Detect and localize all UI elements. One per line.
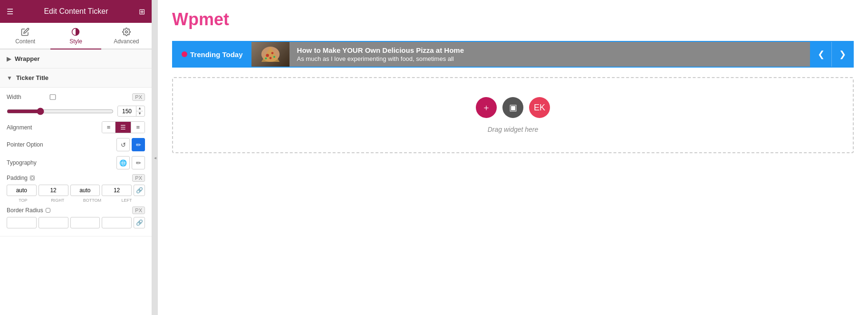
width-number-input: ▲ ▼ <box>117 106 145 117</box>
width-unit[interactable]: PX <box>132 93 145 101</box>
svg-point-11 <box>265 58 267 59</box>
pointer-option-buttons: ↺ ✏ <box>116 138 145 151</box>
width-row: Width PX <box>7 93 145 101</box>
grid-icon[interactable]: ⊞ <box>139 7 145 16</box>
tab-advanced-label: Advanced <box>114 38 139 45</box>
svg-point-9 <box>271 52 273 54</box>
padding-right-label: RIGHT <box>41 198 74 203</box>
border-radius-unit[interactable]: PX <box>132 207 145 214</box>
padding-unit[interactable]: PX <box>132 174 145 182</box>
ticker-prev-button[interactable]: ❮ <box>811 42 832 67</box>
ticker-widget: Trending Today How to Make YOUR Own Deli… <box>172 41 854 68</box>
padding-top-label: TOP <box>7 198 39 203</box>
add-widget-button[interactable]: ＋ <box>476 97 497 118</box>
menu-icon[interactable]: ☰ <box>7 7 13 16</box>
drop-zone-icons: ＋ ▣ EK <box>476 97 550 118</box>
typography-label: Typography <box>7 159 49 166</box>
border-radius-header: Border Radius PX <box>7 207 145 214</box>
alignment-row: Alignment ≡ ☰ ≡ <box>7 121 145 133</box>
wrapper-chevron-icon: ▶ <box>7 56 11 62</box>
svg-rect-4 <box>31 177 34 179</box>
width-value-input[interactable] <box>118 107 136 116</box>
width-slider-row: ▲ ▼ <box>7 106 145 117</box>
svg-rect-2 <box>50 95 56 100</box>
align-left-button[interactable]: ≡ <box>102 122 116 133</box>
ticker-image-inner <box>251 42 289 67</box>
svg-rect-5 <box>46 208 50 213</box>
width-slider[interactable] <box>7 108 114 115</box>
border-radius-top-input[interactable] <box>7 217 37 228</box>
border-radius-left-input[interactable] <box>102 217 132 228</box>
padding-label: Padding <box>7 175 28 181</box>
ticker-title-section-label: Ticker Title <box>16 74 48 81</box>
padding-icon <box>29 175 35 181</box>
svg-point-8 <box>266 54 269 57</box>
sidebar: ☰ Edit Content Ticker ⊞ Content Style Ad… <box>0 0 152 315</box>
pointer-edit-button[interactable]: ✏ <box>132 138 145 151</box>
width-down-arrow[interactable]: ▼ <box>136 111 143 116</box>
tab-content-label: Content <box>15 38 35 45</box>
ticker-title-section-header[interactable]: ▼ Ticker Title <box>0 69 152 88</box>
drop-zone-text: Drag widget here <box>488 126 539 133</box>
ticker-title-panel: Width PX ▲ ▼ Alignment ≡ ☰ <box>0 88 152 236</box>
border-radius-link-button[interactable]: 🔗 <box>134 217 145 228</box>
typography-edit-button[interactable]: ✏ <box>132 156 145 169</box>
svg-point-10 <box>269 57 271 59</box>
ticker-label-text: Trending Today <box>190 50 243 59</box>
wrapper-section-header[interactable]: ▶ Wrapper <box>0 49 152 69</box>
padding-top-input[interactable] <box>7 185 37 196</box>
padding-bottom-label: BOTTOM <box>76 198 109 203</box>
ticker-next-button[interactable]: ❯ <box>832 42 853 67</box>
sidebar-header: ☰ Edit Content Ticker ⊞ <box>0 0 152 23</box>
svg-rect-3 <box>30 176 35 180</box>
border-radius-icon <box>45 207 51 213</box>
border-radius-right-input[interactable] <box>39 217 68 228</box>
tab-advanced[interactable]: Advanced <box>101 23 152 49</box>
tab-style-label: Style <box>69 38 82 45</box>
padding-left-label: LEFT <box>110 198 143 203</box>
svg-point-12 <box>273 56 275 58</box>
pointer-option-row: Pointer Option ↺ ✏ <box>7 138 145 151</box>
tab-bar: Content Style Advanced <box>0 23 152 49</box>
align-center-button[interactable]: ☰ <box>116 122 131 133</box>
ticker-dot-icon <box>182 51 187 57</box>
width-up-arrow[interactable]: ▲ <box>136 106 143 111</box>
width-icon <box>49 94 56 100</box>
ticker-nav: ❮ ❯ <box>810 42 853 67</box>
tab-style[interactable]: Style <box>50 23 101 49</box>
width-slider-wrap <box>7 108 114 115</box>
typography-row: Typography 🌐 ✏ <box>7 156 145 169</box>
align-right-button[interactable]: ≡ <box>131 122 145 133</box>
border-radius-inputs: 🔗 <box>7 217 145 228</box>
elementor-widget-button[interactable]: EK <box>529 97 550 118</box>
padding-right-input[interactable] <box>39 185 68 196</box>
border-radius-label: Border Radius <box>7 207 43 214</box>
pointer-reset-button[interactable]: ↺ <box>116 138 130 151</box>
alignment-label: Alignment <box>7 124 49 131</box>
typography-globe-button[interactable]: 🌐 <box>116 156 130 169</box>
ticker-text-area: How to Make YOUR Own Delicious Pizza at … <box>289 42 810 67</box>
site-title: Wpmet <box>172 10 854 30</box>
width-label: Width <box>7 94 49 100</box>
wrapper-section-label: Wrapper <box>15 55 40 62</box>
tab-content[interactable]: Content <box>0 23 50 49</box>
border-radius-bottom-input[interactable] <box>70 217 100 228</box>
svg-point-1 <box>125 31 128 33</box>
padding-inputs: 🔗 <box>7 185 145 196</box>
pizza-image <box>259 45 282 64</box>
browse-widgets-button[interactable]: ▣ <box>502 97 523 118</box>
padding-bottom-input[interactable] <box>70 185 100 196</box>
main-content: Wpmet Trending Today How to Make YOUR Ow <box>158 0 868 315</box>
resize-handle[interactable] <box>152 0 158 315</box>
pointer-option-label: Pointer Option <box>7 141 49 148</box>
width-arrows: ▲ ▼ <box>136 106 143 116</box>
alignment-buttons: ≡ ☰ ≡ <box>102 121 145 133</box>
padding-link-button[interactable]: 🔗 <box>134 185 145 196</box>
typography-buttons: 🌐 ✏ <box>116 156 145 169</box>
ticker-subtitle-text: As much as I love experimenting with foo… <box>297 55 802 62</box>
padding-header: Padding PX <box>7 174 145 182</box>
ticker-image <box>251 42 289 67</box>
padding-left-input[interactable] <box>102 185 132 196</box>
sidebar-title: Edit Content Ticker <box>44 7 108 16</box>
ticker-label: Trending Today <box>173 42 251 67</box>
